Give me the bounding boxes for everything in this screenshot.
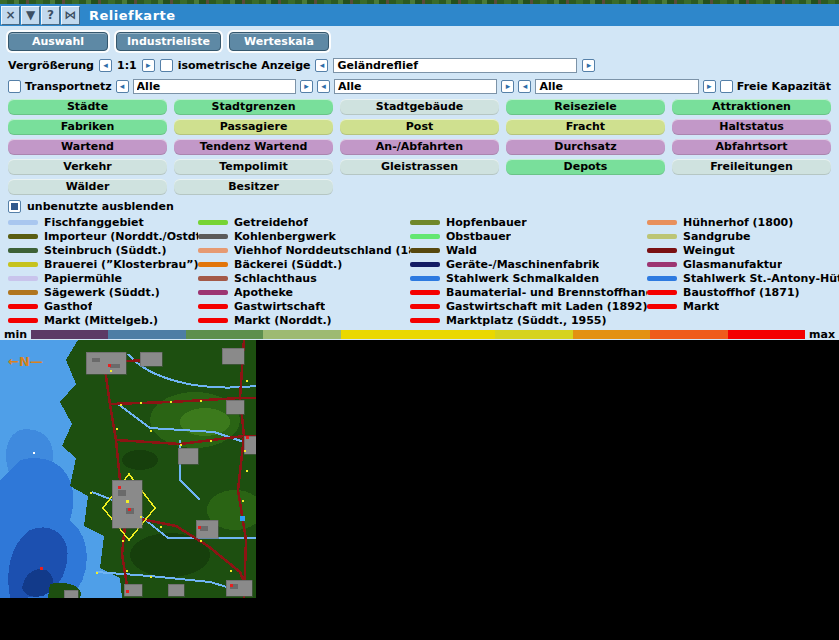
werteskala-button[interactable]: Werteskala [229, 32, 329, 51]
mode-next-arrow-icon[interactable]: ▸ [582, 59, 595, 72]
mode-button-stadtgrenzen[interactable]: Stadtgrenzen [174, 99, 333, 115]
select2-next-arrow-icon[interactable]: ▸ [501, 80, 514, 93]
select1-next-arrow-icon[interactable]: ▸ [300, 80, 313, 93]
mode-button-abfahrtsort[interactable]: Abfahrtsort [672, 139, 831, 155]
hide-unused-checkbox[interactable] [8, 200, 21, 213]
filter-row: Transportnetz ◂ ▸ ◂ ▸ ◂ ▸ Freie Kapazitä… [8, 79, 831, 94]
legend-item: Wald [410, 243, 647, 257]
window-titlebar[interactable]: × ▼ ? ⋈ Reliefkarte [0, 4, 839, 26]
legend-column-1: Fischfanggebiet Importeur (Norddt./Ostdt… [8, 215, 198, 327]
mode-button-fabriken[interactable]: Fabriken [8, 119, 167, 135]
legend-label: Markt (Mittelgeb.) [44, 314, 158, 327]
legend-item: Apotheke [198, 285, 410, 299]
legend-label: Stahlwerk St.-Antony-Hütte [683, 272, 839, 285]
mode-button-attraktionen[interactable]: Attraktionen [672, 99, 831, 115]
legend-item: Geräte-/Maschinenfabrik [410, 257, 647, 271]
minimap[interactable]: ←N— [0, 340, 256, 598]
legend-color-swatch [647, 262, 677, 267]
legend-item: Importeur (Norddt./Ostdt.) [8, 229, 198, 243]
mode-button-haltstatus[interactable]: Haltstatus [672, 119, 831, 135]
freie-kapazitaet-label: Freie Kapazität [737, 80, 831, 93]
scale-segment [186, 330, 263, 339]
legend-item: Getreidehof [198, 215, 410, 229]
isometric-label: isometrische Anzeige [178, 59, 311, 72]
legend-item: Markt (Mittelgeb.) [8, 313, 198, 327]
mode-button-wartend[interactable]: Wartend [8, 139, 167, 155]
legend-item: Gastwirtschaft [198, 299, 410, 313]
zoom-in-arrow-icon[interactable]: ▸ [142, 59, 155, 72]
mode-button-durchsatz[interactable]: Durchsatz [506, 139, 665, 155]
legend-label: Baustoffhof (1871) [683, 286, 800, 299]
mode-button-besitzer[interactable]: Besitzer [174, 179, 333, 195]
legend-label: Gasthof [44, 300, 92, 313]
legend-item: Gastwirtschaft mit Laden (1892) [410, 299, 647, 313]
legend-color-swatch [8, 304, 38, 309]
legend-item: Steinbruch (Süddt.) [8, 243, 198, 257]
mode-button-tempolimit[interactable]: Tempolimit [174, 159, 333, 175]
legend-label: Glasmanufaktur [683, 258, 782, 271]
filter-select-2[interactable] [334, 79, 497, 94]
close-icon[interactable]: × [1, 6, 20, 25]
legend-item: Hopfenbauer [410, 215, 647, 229]
legend-label: Weingut [683, 244, 735, 257]
zoom-out-arrow-icon[interactable]: ◂ [99, 59, 112, 72]
select2-prev-arrow-icon[interactable]: ◂ [317, 80, 330, 93]
scale-segment [650, 330, 727, 339]
map-mode-grid: Städte Stadtgrenzen Stadtgebäude Reisezi… [0, 99, 839, 195]
isometric-checkbox[interactable] [160, 59, 173, 72]
mode-button-reiseziele[interactable]: Reiseziele [506, 99, 665, 115]
transportnetz-checkbox[interactable] [8, 80, 21, 93]
legend-color-swatch [8, 234, 38, 239]
legend-item: Fischfanggebiet [8, 215, 198, 229]
select3-prev-arrow-icon[interactable]: ◂ [518, 80, 531, 93]
legend-item: Viehhof Norddeutschland (1800) [198, 243, 410, 257]
mode-button-tendenz-wartend[interactable]: Tendenz Wartend [174, 139, 333, 155]
scale-segment [418, 330, 495, 339]
hide-unused-row: unbenutzte ausblenden [8, 199, 839, 213]
select3-next-arrow-icon[interactable]: ▸ [703, 80, 716, 93]
industrieliste-button[interactable]: Industrieliste [116, 32, 221, 51]
filter-select-1[interactable] [133, 79, 296, 94]
legend-color-swatch [410, 318, 440, 323]
mode-button-staedte[interactable]: Städte [8, 99, 167, 115]
mode-button-passagiere[interactable]: Passagiere [174, 119, 333, 135]
select1-prev-arrow-icon[interactable]: ◂ [116, 80, 129, 93]
scale-segment [31, 330, 108, 339]
mode-button-post[interactable]: Post [340, 119, 499, 135]
legend-label: Schlachthaus [234, 272, 317, 285]
legend-item: Sägewerk (Süddt.) [8, 285, 198, 299]
legend-color-swatch [198, 248, 228, 253]
legend-color-swatch [8, 318, 38, 323]
map-mode-select[interactable] [333, 58, 577, 73]
mode-button-fracht[interactable]: Fracht [506, 119, 665, 135]
auswahl-button[interactable]: Auswahl [8, 32, 108, 51]
pin-icon[interactable]: ⋈ [61, 6, 80, 25]
legend-color-swatch [198, 262, 228, 267]
legend-item: Schlachthaus [198, 271, 410, 285]
mode-button-gleistrassen[interactable]: Gleistrassen [340, 159, 499, 175]
legend-color-swatch [647, 276, 677, 281]
legend-color-swatch [198, 234, 228, 239]
legend-color-swatch [8, 276, 38, 281]
mode-button-depots[interactable]: Depots [506, 159, 665, 175]
help-icon[interactable]: ? [41, 6, 60, 25]
mode-button-freileitungen[interactable]: Freileitungen [672, 159, 831, 175]
legend-item: Sandgrube [647, 229, 839, 243]
filter-select-3[interactable] [535, 79, 698, 94]
legend-label: Steinbruch (Süddt.) [44, 244, 167, 257]
mode-button-waelder[interactable]: Wälder [8, 179, 167, 195]
compass-label: ←N— [8, 354, 43, 369]
freie-kapazitaet-checkbox[interactable] [720, 80, 733, 93]
mode-button-verkehr[interactable]: Verkehr [8, 159, 167, 175]
legend-label: Viehhof Norddeutschland (1800) [234, 244, 410, 257]
mode-prev-arrow-icon[interactable]: ◂ [315, 59, 328, 72]
shade-icon[interactable]: ▼ [21, 6, 40, 25]
mode-button-an-abfahrten[interactable]: An-/Abfahrten [340, 139, 499, 155]
mode-button-stadtgebaeude[interactable]: Stadtgebäude [340, 99, 499, 115]
legend-label: Baumaterial- und Brennstoffhandel [446, 286, 647, 299]
legend-item: Papiermühle [8, 271, 198, 285]
legend-item: Baustoffhof (1871) [647, 285, 839, 299]
legend-color-swatch [410, 262, 440, 267]
legend-column-2: Getreidehof Kohlenbergwerk Viehhof Nordd… [198, 215, 410, 327]
legend-item: Markt (Norddt.) [198, 313, 410, 327]
